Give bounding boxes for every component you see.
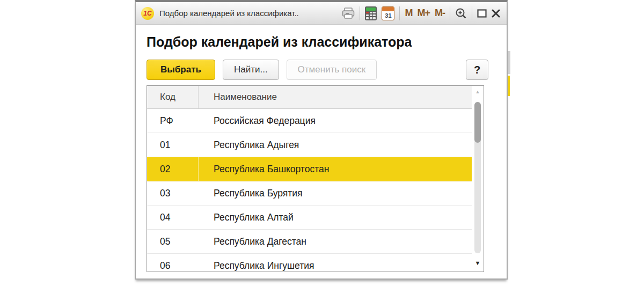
table-row[interactable]: 03 Республика Бурятия: [147, 181, 472, 206]
titlebar-separator: [399, 6, 400, 20]
vertical-scrollbar[interactable]: ▲ ▼: [472, 86, 484, 272]
row-code: 06: [147, 254, 199, 272]
titlebar-separator: [360, 6, 360, 20]
calculator-icon[interactable]: [365, 6, 377, 20]
table-row[interactable]: 06 Республика Ингушетия: [147, 254, 472, 272]
scroll-up-icon[interactable]: ▲: [472, 89, 484, 94]
dialog-window: 1С Подбор календарей из классификат..: [135, 0, 508, 280]
row-code: 01: [147, 133, 199, 157]
scrollbar-thumb[interactable]: [474, 102, 481, 143]
cancel-search-button[interactable]: Отменить поиск: [287, 60, 377, 80]
help-button[interactable]: ?: [466, 60, 488, 80]
table-header: Код Наименование: [147, 86, 472, 109]
row-name: Республика Ингушетия: [199, 254, 472, 272]
row-name: Республика Адыгея: [199, 133, 472, 157]
table-body: РФ Российская Федерация 01 Республика Ад…: [147, 109, 472, 272]
column-header-name[interactable]: Наименование: [199, 86, 472, 108]
table-row[interactable]: 04 Республика Алтай: [147, 206, 472, 230]
row-code: РФ: [147, 109, 199, 133]
titlebar-separator: [450, 6, 450, 20]
maximize-icon[interactable]: [477, 9, 487, 18]
zoom-in-icon[interactable]: [455, 8, 467, 19]
row-name: Российская Федерация: [199, 109, 472, 133]
row-name: Республика Дагестан: [199, 230, 472, 253]
window-title: Подбор календарей из классификат..: [159, 9, 299, 18]
calendar-icon[interactable]: 31: [382, 6, 394, 20]
table-row[interactable]: 01 Республика Адыгея: [147, 133, 472, 157]
table-row[interactable]: РФ Российская Федерация: [147, 109, 472, 133]
print-icon[interactable]: [342, 8, 355, 19]
row-code: 05: [147, 230, 199, 253]
memory-icon[interactable]: M: [405, 8, 412, 19]
titlebar-separator: [472, 6, 472, 20]
row-name: Республика Алтай: [199, 206, 472, 229]
row-name: Республика Бурятия: [199, 181, 472, 205]
1c-logo-icon: 1С: [141, 7, 154, 20]
page-title: Подбор календарей из классификатора: [147, 34, 507, 50]
memory-plus-icon[interactable]: M+: [417, 8, 430, 19]
row-code: 03: [147, 181, 199, 205]
row-code: 04: [147, 206, 199, 229]
calendar-table: Код Наименование РФ Российская Федерация…: [147, 85, 484, 272]
toolbar: Выбрать Найти... Отменить поиск ?: [147, 60, 488, 80]
row-name: Республика Башкортостан: [199, 157, 472, 181]
find-button[interactable]: Найти...: [223, 60, 279, 80]
row-code: 02: [147, 157, 199, 181]
column-header-code[interactable]: Код: [147, 86, 199, 108]
table-row[interactable]: 05 Республика Дагестан: [147, 230, 472, 254]
table-row[interactable]: 02 Республика Башкортостан: [147, 157, 472, 181]
scroll-down-icon[interactable]: ▼: [472, 260, 484, 266]
memory-minus-icon[interactable]: M-: [435, 8, 445, 19]
select-button[interactable]: Выбрать: [147, 60, 215, 80]
close-icon[interactable]: [492, 9, 500, 18]
titlebar: 1С Подбор календарей из классификат..: [136, 2, 507, 25]
